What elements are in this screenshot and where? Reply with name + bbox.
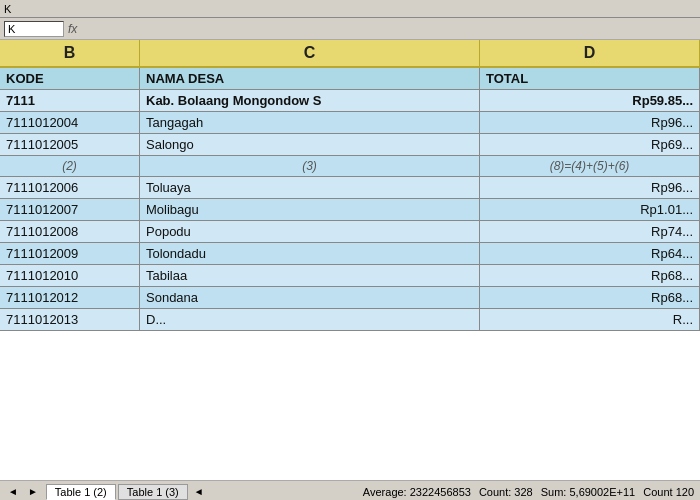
cell-total-0[interactable]: Rp96... [480,112,700,133]
status-right: Average: 2322456853 Count: 328 Sum: 5,69… [363,486,694,498]
col-header-b[interactable]: B [0,40,140,66]
cell-kode-4[interactable]: 7111012008 [0,221,140,242]
spreadsheet: B C D KODE NAMA DESA TOTAL 7111 Kab. Bol… [0,40,700,480]
table-row: 7111012012 Sondana Rp68... [0,287,700,309]
cell-total-1[interactable]: Rp69... [480,134,700,155]
cell-nama-7[interactable]: Sondana [140,287,480,308]
cell-nama-0[interactable]: Tangagah [140,112,480,133]
title-bar: K [0,0,700,18]
formula-bar: K fx [0,18,700,40]
sheet-scroll-right[interactable]: ► [26,486,40,497]
cell-nama-4[interactable]: Popodu [140,221,480,242]
status-left: ◄ ► Table 1 (2) Table 1 (3) ◄ [6,484,204,500]
formula-kode: (2) [0,156,140,176]
field-header-row: KODE NAMA DESA TOTAL [0,68,700,90]
cell-total-3[interactable]: Rp1.01... [480,199,700,220]
cell-reference[interactable]: K [4,21,64,37]
sheet-scroll-left[interactable]: ◄ [6,486,20,497]
table-row: 7111012005 Salongo Rp69... [0,134,700,156]
cell-nama-3[interactable]: Molibagu [140,199,480,220]
formula-row: (2) (3) (8)=(4)+(5)+(6) [0,156,700,177]
sheet-tab-2[interactable]: Table 1 (3) [118,484,188,500]
table-row: 7111012008 Popodu Rp74... [0,221,700,243]
table-row: 7111012013 D... R... [0,309,700,331]
summary-total[interactable]: Rp59.85... [480,90,700,111]
status-bar: ◄ ► Table 1 (2) Table 1 (3) ◄ Average: 2… [0,480,700,500]
table-row: 7111012007 Molibagu Rp1.01... [0,199,700,221]
summary-kode[interactable]: 7111 [0,90,140,111]
summary-nama-desa[interactable]: Kab. Bolaang Mongondow S [140,90,480,111]
cell-nama-5[interactable]: Tolondadu [140,243,480,264]
cell-kode-0[interactable]: 7111012004 [0,112,140,133]
field-header-kode: KODE [0,68,140,89]
table-row: 7111012004 Tangagah Rp96... [0,112,700,134]
formula-total: (8)=(4)+(5)+(6) [480,156,700,176]
cell-kode-7[interactable]: 7111012012 [0,287,140,308]
formula-nama-desa: (3) [140,156,480,176]
title-text: K [4,3,11,15]
status-sum: Sum: 5,69002E+11 [541,486,636,498]
formula-fx: fx [68,22,77,36]
status-count: Count: 328 [479,486,533,498]
cell-kode-6[interactable]: 7111012010 [0,265,140,286]
cell-kode-8[interactable]: 7111012013 [0,309,140,330]
cell-kode-2[interactable]: 7111012006 [0,177,140,198]
col-header-d[interactable]: D [480,40,700,66]
cell-total-5[interactable]: Rp64... [480,243,700,264]
table-row: 7111012010 Tabilaa Rp68... [0,265,700,287]
cell-total-7[interactable]: Rp68... [480,287,700,308]
cell-total-8[interactable]: R... [480,309,700,330]
status-average: Average: 2322456853 [363,486,471,498]
cell-kode-3[interactable]: 7111012007 [0,199,140,220]
table-row: 7111012006 Toluaya Rp96... [0,177,700,199]
cell-nama-2[interactable]: Toluaya [140,177,480,198]
column-headers-row: B C D [0,40,700,68]
field-header-total: TOTAL [480,68,700,89]
scroll-right-indicator: ◄ [194,486,204,497]
table-row: 7111012009 Tolondadu Rp64... [0,243,700,265]
cell-kode-5[interactable]: 7111012009 [0,243,140,264]
cell-total-2[interactable]: Rp96... [480,177,700,198]
col-header-c[interactable]: C [140,40,480,66]
cell-nama-8[interactable]: D... [140,309,480,330]
cell-total-6[interactable]: Rp68... [480,265,700,286]
cell-nama-1[interactable]: Salongo [140,134,480,155]
summary-row: 7111 Kab. Bolaang Mongondow S Rp59.85... [0,90,700,112]
cell-nama-6[interactable]: Tabilaa [140,265,480,286]
sheet-tabs: Table 1 (2) Table 1 (3) [46,484,188,500]
sheet-tab-1[interactable]: Table 1 (2) [46,484,116,500]
field-header-nama-desa: NAMA DESA [140,68,480,89]
cell-kode-1[interactable]: 7111012005 [0,134,140,155]
status-count-bottom: Count 120 [643,486,694,498]
cell-total-4[interactable]: Rp74... [480,221,700,242]
